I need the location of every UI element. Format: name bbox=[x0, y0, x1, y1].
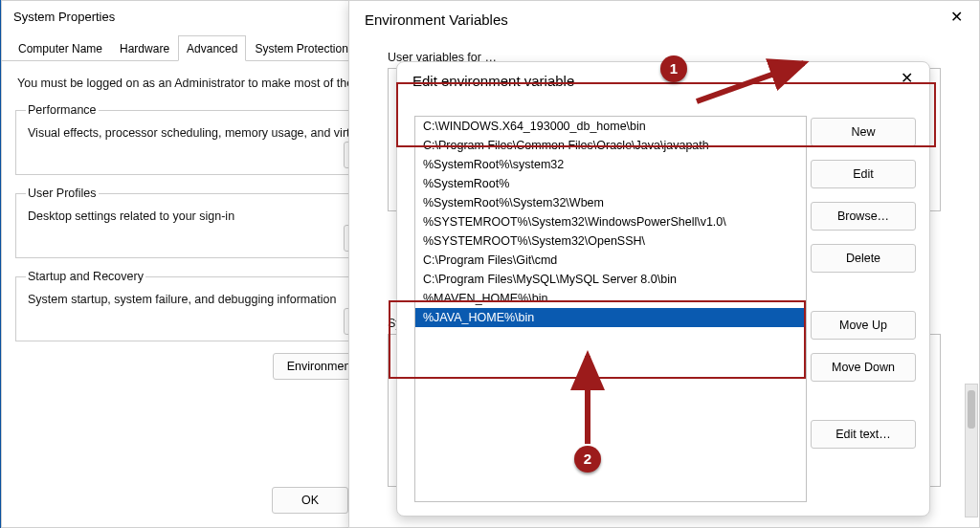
move-down-button[interactable]: Move Down bbox=[811, 353, 916, 382]
path-entry[interactable]: %SystemRoot% bbox=[415, 174, 806, 193]
path-entry[interactable]: %SystemRoot%\system32 bbox=[415, 155, 806, 174]
path-entry[interactable]: %SYSTEMROOT%\System32\WindowsPowerShell\… bbox=[415, 212, 806, 231]
tab-computer-name[interactable]: Computer Name bbox=[10, 35, 111, 60]
edit-environment-variable-dialog: Edit environment variable ✕ C:\WINDOWS.X… bbox=[396, 61, 930, 517]
path-entry[interactable]: %SystemRoot%\System32\Wbem bbox=[415, 193, 806, 212]
path-entries-list[interactable]: C:\WINDOWS.X64_193000_db_home\binC:\Prog… bbox=[414, 116, 807, 502]
path-entry[interactable]: C:\Program Files\Git\cmd bbox=[415, 251, 806, 270]
tab-advanced[interactable]: Advanced bbox=[178, 35, 246, 61]
move-up-button[interactable]: Move Up bbox=[811, 311, 916, 340]
close-icon[interactable]: ✕ bbox=[941, 5, 971, 32]
annotation-number-2: 2 bbox=[574, 446, 601, 473]
edit-button[interactable]: Edit bbox=[811, 160, 916, 188]
delete-button[interactable]: Delete bbox=[811, 244, 916, 273]
tab-hardware[interactable]: Hardware bbox=[111, 35, 178, 60]
performance-title: Performance bbox=[26, 103, 99, 117]
path-entry[interactable]: %SYSTEMROOT%\System32\OpenSSH\ bbox=[415, 231, 806, 251]
user-profiles-title: User Profiles bbox=[26, 187, 99, 200]
browse-button[interactable]: Browse… bbox=[811, 202, 916, 231]
path-entry[interactable]: C:\Program Files\Common Files\Oracle\Jav… bbox=[415, 136, 806, 155]
tab-system-protection[interactable]: System Protection bbox=[246, 35, 356, 60]
path-entry[interactable]: C:\Program Files\MySQL\MySQL Server 8.0\… bbox=[415, 270, 806, 289]
scrollbar[interactable] bbox=[965, 384, 978, 517]
path-entry[interactable]: C:\WINDOWS.X64_193000_db_home\bin bbox=[415, 117, 806, 136]
annotation-number-1: 1 bbox=[660, 55, 687, 82]
scrollbar-thumb[interactable] bbox=[968, 390, 975, 429]
path-entry[interactable]: %MAVEN_HOME%\bin bbox=[415, 289, 806, 308]
path-entry[interactable]: %JAVA_HOME%\bin bbox=[415, 308, 806, 327]
new-button[interactable]: New bbox=[811, 118, 916, 146]
ok-button[interactable]: OK bbox=[272, 487, 348, 514]
startup-recovery-title: Startup and Recovery bbox=[26, 270, 145, 283]
environment-variables-title: Environment Variables bbox=[349, 1, 979, 39]
edit-text-button[interactable]: Edit text… bbox=[811, 420, 916, 449]
close-icon[interactable]: ✕ bbox=[891, 66, 922, 93]
